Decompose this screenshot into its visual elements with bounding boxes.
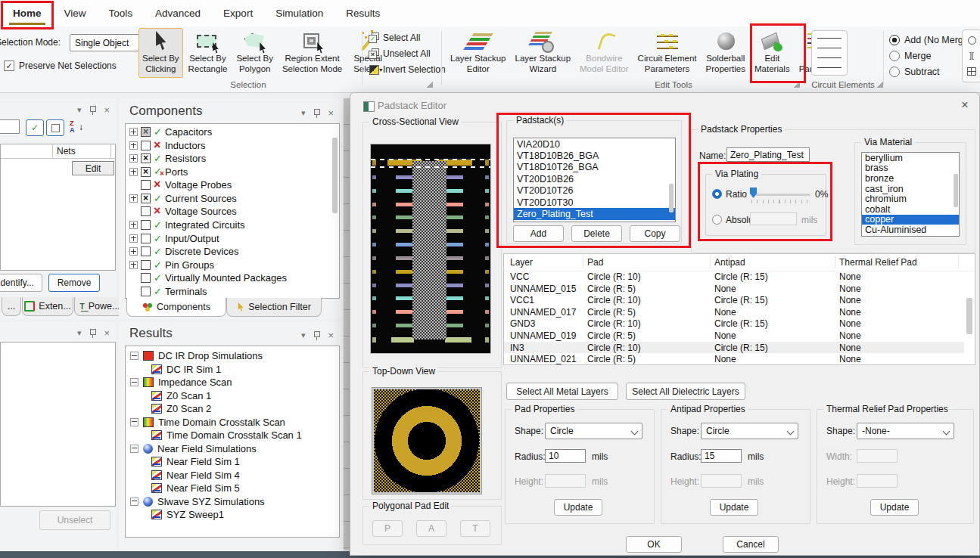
remove-button[interactable]: Remove [48, 274, 100, 292]
via-material-list[interactable]: beryllium brass bronze cast_iron chromiu… [861, 152, 960, 237]
component-checkbox[interactable] [141, 167, 151, 177]
antipad-radius-field[interactable] [701, 449, 742, 463]
plating-slider-thumb[interactable] [750, 188, 757, 198]
material-list-item[interactable]: copper [862, 215, 959, 225]
results-tree-item[interactable]: Near Field Sim 5 [127, 482, 338, 495]
scrollbar-thumb[interactable] [332, 138, 338, 213]
collapse-icon[interactable] [130, 498, 138, 506]
ribbon-button[interactable]: Region Extent Selection Mode [278, 28, 346, 78]
cancel-button[interactable]: Cancel [723, 536, 779, 553]
component-checkbox[interactable] [141, 127, 151, 137]
material-list-item[interactable]: chromium [862, 194, 959, 204]
merge-option[interactable]: Merge [889, 49, 972, 62]
results-tree-item[interactable]: Time Domain Crosstalk Scan 1 [127, 429, 338, 442]
ribbon-small-button[interactable]: Select All [369, 31, 446, 44]
tab-overflow[interactable]: ... [2, 297, 21, 316]
component-checkbox[interactable] [141, 220, 151, 230]
circuit-elements-button[interactable] [811, 30, 848, 76]
tab-power-nets[interactable]: T͟Powe... [74, 297, 126, 316]
layer-table-row[interactable]: UNNAMED_017 Circle (R: 5) None None [504, 306, 964, 318]
material-list-item[interactable]: brass [862, 163, 959, 174]
expand-icon[interactable] [129, 234, 138, 243]
chevron-down-icon[interactable] [301, 330, 306, 340]
padstack-list-item[interactable]: VT20D10T30 [514, 197, 675, 208]
nets-column-header[interactable]: Nets [57, 146, 76, 157]
collapse-icon[interactable] [130, 352, 138, 360]
expand-icon[interactable] [129, 194, 138, 203]
dialog-launcher-icon[interactable] [793, 81, 800, 88]
layer-table-row[interactable]: VCC1 Circle (R: 10) Circle (R: 15) None [504, 294, 964, 306]
ok-button[interactable]: OK [626, 536, 682, 553]
component-tree-item[interactable]: Discrete Devices [127, 245, 330, 259]
chevron-down-icon[interactable] [301, 108, 306, 118]
selection-list[interactable] [0, 342, 116, 507]
results-tree-item[interactable]: Impedance Scan [127, 376, 338, 389]
merge-option[interactable]: Subtract [889, 65, 972, 78]
component-tree-item[interactable]: Terminals [127, 284, 330, 298]
padstack-action-button[interactable]: Copy [630, 225, 680, 242]
nets-table[interactable]: Nets Edit [0, 144, 116, 271]
padstack-list-item[interactable]: VT20D10B26 [514, 173, 675, 184]
polygonal-edit-button[interactable]: T [460, 520, 490, 537]
component-tree-item[interactable]: Current Sources [127, 192, 330, 206]
padstack-list-item[interactable]: VIA20D10 [514, 138, 675, 150]
expand-icon[interactable] [129, 261, 138, 269]
component-checkbox[interactable] [141, 206, 151, 216]
ribbon-button[interactable]: Bondwire Model Editor [576, 28, 633, 78]
name-field[interactable] [726, 147, 810, 162]
component-tree-item[interactable]: Resistors [127, 152, 330, 166]
component-checkbox[interactable] [141, 194, 151, 203]
expand-icon[interactable] [129, 221, 138, 229]
ratio-radio[interactable] [712, 189, 722, 199]
results-tree-item[interactable]: Near Field Sim 1 [127, 455, 338, 469]
component-checkbox[interactable] [141, 153, 151, 163]
close-icon[interactable] [104, 104, 110, 116]
chevron-down-icon[interactable] [77, 105, 82, 115]
thermal-shape-dropdown[interactable]: -None- [857, 423, 954, 439]
plating-slider-track[interactable] [751, 194, 810, 196]
checkbox-icon[interactable]: ✓ [4, 60, 14, 71]
preserve-net-checkbox-row[interactable]: ✓ Preserve Net Selections [4, 60, 117, 71]
ribbon-button[interactable]: Edit Materials [751, 28, 794, 78]
close-icon[interactable] [328, 330, 334, 341]
pin-icon[interactable] [89, 106, 95, 115]
merge-option[interactable]: Add (No Merge) [889, 33, 972, 46]
expand-icon[interactable] [129, 168, 138, 176]
ribbon-button[interactable]: Solderball Properties [702, 28, 749, 78]
pin-icon[interactable] [313, 331, 319, 340]
ribbon-button[interactable]: Select By Rectangle [185, 28, 232, 78]
select-metal-layers-button[interactable]: Select All Metal Layers [506, 383, 618, 400]
column-header[interactable]: Antipad [714, 257, 745, 268]
tab-extended-nets[interactable]: Exten... [22, 297, 73, 316]
ribbon-small-button[interactable]: Invert Selection [369, 63, 446, 76]
layer-table-row[interactable]: IN3 Circle (R: 10) Circle (R: 15) None [504, 342, 964, 354]
menu-tab[interactable]: Home [2, 0, 53, 26]
pin-icon[interactable] [313, 109, 319, 118]
component-checkbox[interactable] [141, 141, 151, 150]
polygonal-edit-button[interactable]: P [372, 520, 403, 537]
chevron-down-icon[interactable] [77, 328, 82, 338]
layer-table-row[interactable]: UNNAMED_021 Circle (R: 5) None None [504, 353, 964, 364]
ribbon-button[interactable]: Layer Stackup Editor [446, 28, 510, 78]
menu-tab[interactable]: Export [212, 0, 264, 26]
material-list-item[interactable]: beryllium [862, 153, 959, 163]
component-tree-item[interactable]: Capacitors [127, 126, 330, 139]
menu-tab[interactable]: Tools [98, 0, 145, 26]
menu-tab[interactable]: Simulation [264, 0, 334, 26]
column-header[interactable]: Layer [510, 257, 533, 268]
expand-icon[interactable] [129, 141, 138, 150]
padstack-action-button[interactable]: Add [513, 225, 564, 242]
component-checkbox[interactable] [141, 246, 151, 256]
component-checkbox[interactable] [141, 273, 151, 283]
ribbon-button[interactable]: Layer Stackup Wizard [512, 28, 575, 78]
ribbon-button[interactable]: Select By Polygon [232, 28, 277, 78]
component-checkbox[interactable] [141, 287, 151, 296]
padstack-action-button[interactable]: Delete [571, 225, 622, 242]
component-tree-item[interactable]: Ports [127, 166, 330, 179]
component-checkbox[interactable] [141, 234, 151, 243]
check-all-button[interactable]: ✓ [26, 119, 44, 136]
scrollbar-thumb[interactable] [966, 298, 972, 334]
pad-shape-dropdown[interactable]: Circle [545, 423, 642, 439]
menu-tab[interactable]: View [53, 0, 98, 26]
padstack-list[interactable]: VIA20D10 VT18D10B26_BGA VT18D10T26_BGA V… [513, 138, 676, 222]
